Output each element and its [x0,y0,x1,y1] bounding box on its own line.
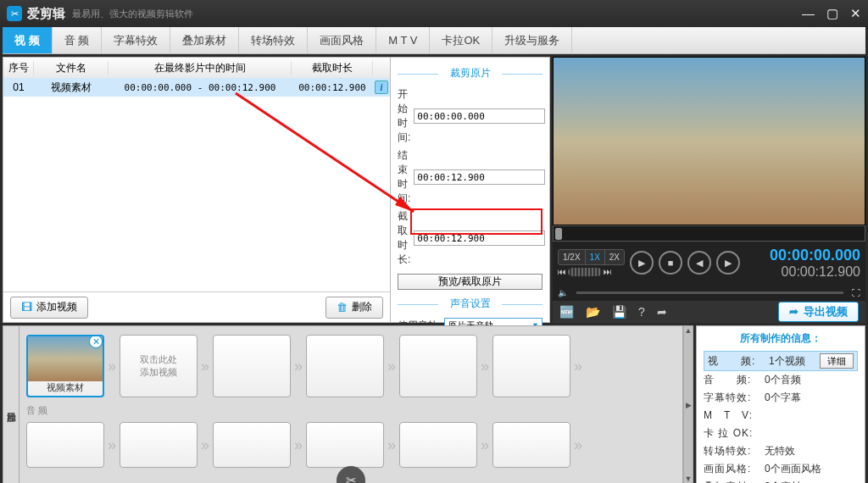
main-tabbar: 视 频 音 频 字幕特效 叠加素材 转场特效 画面风格 M T V 卡拉OK 升… [3,27,865,54]
app-tagline: 最易用、强大的视频剪辑软件 [72,8,193,20]
app-logo-icon: ✂ [7,6,22,21]
minimize-button[interactable]: — [802,6,815,21]
tab-karaoke[interactable]: 卡拉OK [430,27,492,53]
fullscreen-icon[interactable]: ⛶ [852,288,860,297]
tab-mtv[interactable]: M T V [376,27,430,53]
col-range: 在最终影片中的时间 [108,61,292,75]
info-title: 所有制作的信息： [704,331,858,346]
col-num: 序号 [3,61,34,75]
share-icon[interactable]: ➦ [657,305,667,319]
info-row-video[interactable]: 视 频: 1个视频 详细 [704,351,858,371]
info-row: 转场特效:无特效 [704,442,858,460]
time-current: 00:00:00.000 [770,247,860,264]
titlebar: ✂ 爱剪辑 最易用、强大的视频剪辑软件 — ▢ ✕ [0,0,868,27]
cell-range: 00:00:00.000 - 00:00:12.900 [108,82,292,93]
volume-icon[interactable]: 🔈 [558,288,568,297]
remove-clip-icon[interactable]: ✕ [89,335,103,348]
info-row: 字幕特效:0个字幕 [704,389,858,407]
save-icon[interactable]: 💾 [612,305,626,319]
next-frame-button[interactable]: ▶ [716,251,740,275]
col-name: 文件名 [34,61,108,75]
preview-volume-slider[interactable] [576,291,843,294]
audio-row-label: 音 频 [26,404,676,417]
audio-section-title: 声音设置 [398,297,542,311]
detail-button[interactable]: 详细 [820,353,854,369]
play-button[interactable]: ▶ [630,251,654,275]
tab-subtitle[interactable]: 字幕特效 [102,27,170,53]
preview-toolbar: 🆕 📂 💾 ? ➦ ➦导出视频 [553,301,865,323]
export-video-button[interactable]: ➦导出视频 [778,302,859,322]
scrub-bar[interactable] [553,225,865,242]
prev-frame-button[interactable]: ◀ [687,251,711,275]
player-controls: 1/2X1X2X ⏮ ⏭ ▶ ■ ◀ ▶ 00:00:00.000 00:00:… [553,242,865,285]
jog-wheel[interactable] [568,268,602,276]
audio-clip-empty[interactable] [26,422,104,468]
app-name: 爱剪辑 [27,6,65,22]
clip-placeholder[interactable]: 双击此处 添加视频 [120,335,198,397]
dur-input[interactable] [414,230,545,246]
col-dur: 截取时长 [292,61,373,75]
clip-list-panel: 序号 文件名 在最终影片中的时间 截取时长 01 视频素材 00:00:00.0… [3,57,391,323]
end-time-input[interactable] [414,169,545,185]
tab-overlay[interactable]: 叠加素材 [170,27,239,53]
audio-clip-empty[interactable] [399,422,477,468]
tab-audio[interactable]: 音 频 [53,27,103,53]
info-row: 音 频:0个音频 [704,371,858,389]
rewind-icon[interactable]: ⏮ [558,267,566,276]
trash-icon: 🗑 [337,301,348,314]
preview-trim-button[interactable]: 预览/截取原片 [398,274,542,290]
info-row: 叠加素材:0个素材 [704,478,858,483]
preview-panel: 1/2X1X2X ⏮ ⏭ ▶ ■ ◀ ▶ 00:00:00.000 00:00:… [553,57,865,323]
start-time-label: 开始时间: [398,87,410,145]
trim-section-title: 裁剪原片 [398,66,542,80]
audio-clip-empty[interactable] [120,422,198,468]
close-button[interactable]: ✕ [850,6,861,21]
production-info-panel: 所有制作的信息： 视 频: 1个视频 详细 音 频:0个音频 字幕特效:0个字幕… [696,325,865,483]
info-icon[interactable]: i [375,80,388,94]
arrow-icon: » [108,358,116,375]
cell-dur: 00:00:12.900 [292,82,373,93]
clips-timeline: ✕ 视频素材 » 双击此处 添加视频 » » » » » 音 频 » » » »… [19,325,683,483]
clip-empty[interactable] [306,335,384,397]
end-time-label: 结束时间: [398,148,410,206]
clip-empty[interactable] [399,335,477,397]
time-total: 00:00:12.900 [770,264,860,280]
tab-upgrade[interactable]: 升级与服务 [492,27,572,53]
ffwd-icon[interactable]: ⏭ [604,267,612,276]
audio-clip-empty[interactable] [306,422,384,468]
info-row: 卡 拉 OK: [704,425,858,442]
clips-scrollbar[interactable]: ▲▶▼ [683,325,693,483]
table-header: 序号 文件名 在最终影片中的时间 截取时长 [3,58,390,78]
clip-item-selected[interactable]: ✕ 视频素材 [26,335,104,397]
stop-button[interactable]: ■ [659,251,682,275]
cell-name: 视频素材 [34,80,108,95]
help-icon[interactable]: ? [638,305,645,319]
open-icon[interactable]: 📂 [586,305,600,319]
tab-style[interactable]: 画面风格 [308,27,376,53]
table-row[interactable]: 01 视频素材 00:00:00.000 - 00:00:12.900 00:0… [3,78,390,97]
clip-empty[interactable] [492,335,570,397]
clips-column-tab[interactable]: 已添加片段 [3,325,19,483]
settings-panel: 裁剪原片 开始时间: 结束时间: 截取时长: 预览/截取原片 声音设置 使用音轨… [391,57,550,323]
export-icon: ➦ [789,305,798,318]
info-row: 画面风格:0个画面风格 [704,460,858,478]
audio-clip-empty[interactable] [213,422,291,468]
add-video-button[interactable]: 🎞添加视频 [10,297,88,319]
clip-empty[interactable] [213,335,291,397]
cell-num: 01 [3,81,34,93]
speed-selector[interactable]: 1/2X1X2X [558,249,625,265]
tab-video[interactable]: 视 频 [3,27,53,53]
start-time-input[interactable] [414,108,545,124]
film-icon: 🎞 [21,301,32,314]
audio-clip-empty[interactable] [492,422,570,468]
delete-button[interactable]: 🗑删除 [326,297,383,319]
tab-transition[interactable]: 转场特效 [239,27,308,53]
new-icon[interactable]: 🆕 [559,305,574,319]
video-preview[interactable] [553,57,865,225]
dur-label: 截取时长: [398,209,410,267]
info-row: M T V: [704,407,858,425]
maximize-button[interactable]: ▢ [826,6,838,21]
